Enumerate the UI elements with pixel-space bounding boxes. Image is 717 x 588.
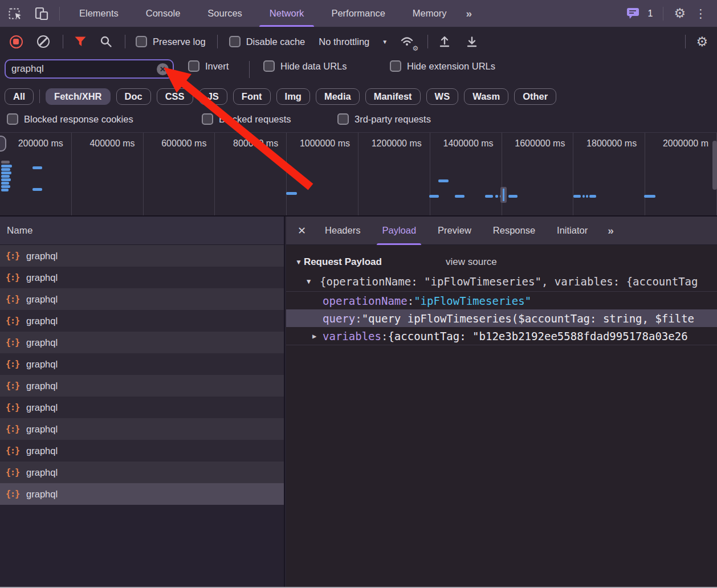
settings-gear-icon[interactable]: ⚙	[674, 7, 686, 20]
tab-performance[interactable]: Performance	[317, 0, 398, 27]
payload-root-preview[interactable]: ▼ {operationName: "ipFlowTimeseries", va…	[286, 272, 717, 291]
request-name: graphql	[26, 446, 58, 456]
details-tab-payload[interactable]: Payload	[371, 217, 427, 245]
network-request-row[interactable]: {:}graphql	[0, 418, 284, 440]
more-tabs-icon[interactable]: »	[460, 7, 478, 20]
divider	[685, 35, 686, 48]
details-tab-preview[interactable]: Preview	[427, 217, 482, 245]
export-har-icon[interactable]	[463, 33, 480, 50]
filter-funnel-icon[interactable]	[72, 33, 89, 50]
device-toolbar-icon[interactable]	[33, 5, 50, 22]
network-request-row[interactable]: {:}graphql	[0, 397, 284, 418]
view-source-link[interactable]: view source	[446, 256, 497, 268]
network-conditions-icon[interactable]: ⚙	[399, 33, 416, 50]
network-request-row[interactable]: {:}graphql	[0, 288, 284, 310]
timeline-activity-bar	[573, 195, 581, 198]
tab-memory[interactable]: Memory	[399, 0, 461, 27]
details-more-tabs-icon[interactable]: »	[602, 224, 620, 237]
chip-other[interactable]: Other	[514, 88, 556, 105]
root-expander-icon[interactable]: ▼	[307, 277, 311, 285]
issues-count[interactable]: 1	[647, 9, 653, 19]
throttling-dropdown[interactable]: No throttling ▼	[319, 36, 388, 47]
chip-ws[interactable]: WS	[426, 88, 459, 105]
timeline-activity-bar	[589, 195, 596, 198]
timeline-tick: 1000000 ms	[287, 133, 358, 215]
tab-network[interactable]: Network	[256, 0, 318, 27]
extra-filter-checkbox[interactable]	[202, 113, 213, 125]
network-request-row[interactable]: {:}graphql	[0, 375, 284, 397]
invert-checkbox[interactable]	[188, 60, 199, 72]
hide-extension-urls-checkbox[interactable]	[390, 60, 401, 72]
chip-font[interactable]: Font	[233, 88, 271, 105]
clear-filter-icon[interactable]: ✕	[157, 63, 169, 75]
tab-sources[interactable]: Sources	[194, 0, 256, 27]
extra-filter-control: 3rd-party requests	[337, 113, 431, 125]
extra-filter-label: 3rd-party requests	[355, 114, 431, 125]
extra-filter-checkbox[interactable]	[7, 113, 18, 125]
chip-fetch-xhr[interactable]: Fetch/XHR	[46, 88, 110, 105]
network-request-row[interactable]: {:}graphql	[0, 245, 284, 267]
clear-network-log-button[interactable]	[37, 35, 50, 48]
details-tab-response[interactable]: Response	[482, 217, 546, 245]
details-tab-headers[interactable]: Headers	[314, 217, 371, 245]
hide-data-urls-checkbox[interactable]	[263, 60, 275, 72]
network-request-row[interactable]: {:}graphql	[0, 267, 284, 288]
json-braces-icon: {:}	[6, 381, 19, 391]
request-name: graphql	[26, 402, 58, 413]
invert-control: Invert	[188, 60, 229, 72]
record-network-log-button[interactable]	[10, 35, 23, 48]
network-request-row[interactable]: {:}graphql	[0, 483, 284, 505]
payload-property-row[interactable]: operationName: "ipFlowTimeseries"	[286, 292, 717, 309]
chip-all[interactable]: All	[5, 88, 34, 105]
throttling-value: No throttling	[319, 36, 369, 47]
name-column-header[interactable]: Name	[0, 217, 284, 245]
chip-css[interactable]: CSS	[157, 88, 193, 105]
tab-elements[interactable]: Elements	[66, 0, 132, 27]
filter-input-wrap: ✕	[5, 59, 174, 79]
search-icon[interactable]	[97, 33, 115, 50]
details-tabs: HeadersPayloadPreviewResponseInitiator	[314, 217, 598, 245]
root-preview-text: {operationName: "ipFlowTimeseries", vari…	[320, 275, 698, 288]
close-details-icon[interactable]: ✕	[286, 224, 314, 237]
network-request-row[interactable]: {:}graphql	[0, 310, 284, 332]
network-request-row[interactable]: {:}graphql	[0, 332, 284, 353]
chip-img[interactable]: Img	[276, 88, 310, 105]
network-overview-timeline[interactable]: 200000 ms400000 ms600000 ms800000 ms1000…	[0, 132, 717, 217]
chip-doc[interactable]: Doc	[116, 88, 151, 105]
chip-js[interactable]: JS	[199, 88, 227, 105]
details-tab-initiator[interactable]: Initiator	[546, 217, 598, 245]
timeline-activity-bar	[1, 182, 9, 185]
network-request-row[interactable]: {:}graphql	[0, 462, 284, 483]
network-toolbar: Preserve log Disable cache No throttling…	[0, 27, 717, 56]
devtools-main-tab-bar: ElementsConsoleSourcesNetworkPerformance…	[0, 0, 717, 27]
timeline-left-grip[interactable]	[0, 136, 6, 152]
filter-text-input[interactable]	[6, 63, 157, 75]
payload-properties: operationName: "ipFlowTimeseries"query: …	[286, 291, 717, 345]
request-name: graphql	[26, 489, 58, 500]
kebab-menu-icon[interactable]: ⋮	[691, 7, 710, 21]
payload-property-row[interactable]: ▶variables: {accountTag: "b12e3b2192ee55…	[286, 327, 717, 345]
timeline-activity-bar	[32, 188, 42, 191]
request-payload-section-header[interactable]: ▼ Request Payload view source	[286, 252, 717, 272]
tab-console[interactable]: Console	[132, 0, 194, 27]
network-settings-gear-icon[interactable]: ⚙	[696, 35, 708, 48]
chip-wasm[interactable]: Wasm	[464, 88, 508, 105]
extra-filter-checkbox[interactable]	[337, 113, 349, 125]
disable-cache-checkbox[interactable]	[229, 36, 241, 47]
section-expander-icon[interactable]: ▼	[295, 258, 302, 266]
timeline-activity-bar	[1, 189, 9, 191]
issues-bubble-icon[interactable]	[625, 5, 642, 22]
import-har-icon[interactable]	[436, 33, 453, 50]
inspect-element-icon[interactable]	[7, 5, 24, 22]
timeline-scroll-handle[interactable]	[712, 141, 717, 190]
chip-manifest[interactable]: Manifest	[365, 88, 421, 105]
expander-right-icon[interactable]: ▶	[312, 332, 316, 340]
timeline-selection-marker[interactable]	[500, 187, 507, 203]
network-request-row[interactable]: {:}graphql	[0, 440, 284, 462]
payload-property-row[interactable]: query: "query ipFlowTimeseries($accountT…	[286, 309, 717, 327]
preserve-log-control: Preserve log	[136, 36, 206, 47]
network-request-row[interactable]: {:}graphql	[0, 353, 284, 375]
chip-media[interactable]: Media	[316, 88, 360, 105]
extra-filter-checkboxes: Blocked response cookiesBlocked requests…	[0, 108, 717, 132]
preserve-log-checkbox[interactable]	[136, 36, 147, 47]
